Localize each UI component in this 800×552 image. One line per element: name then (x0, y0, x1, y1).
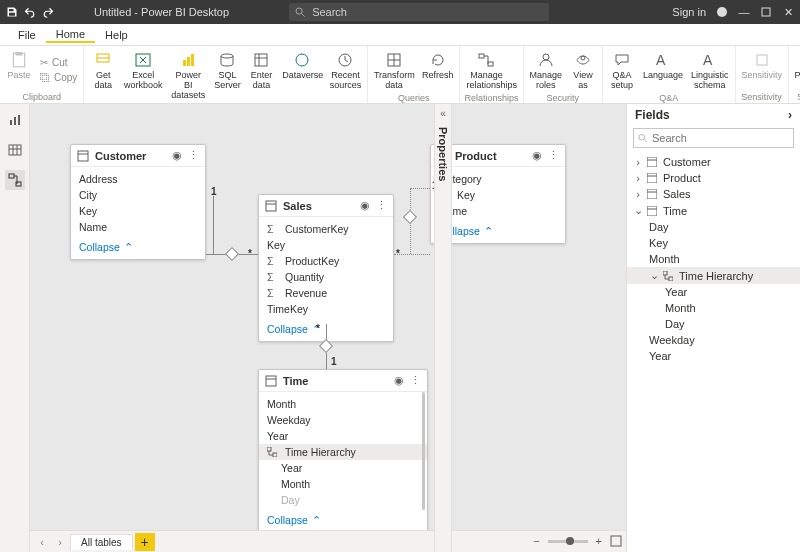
zoom-slider[interactable] (548, 540, 588, 543)
tree-hierarchy[interactable]: ⌄Time Hierarchy (627, 267, 800, 284)
tree-field[interactable]: Year (627, 348, 800, 364)
field-row[interactable]: City (79, 187, 197, 203)
field-row[interactable]: ΣRevenue (267, 285, 385, 301)
manage-roles-button[interactable]: Manage roles (528, 48, 565, 93)
table-card-sales[interactable]: Sales ◉ ⋮ ΣCustomerKey Key ΣProductKey Σ… (258, 194, 394, 342)
qa-setup-button[interactable]: Q&A setup (607, 48, 637, 93)
table-card-time[interactable]: Time ◉ ⋮ Month Weekday Year Time Hierarc… (258, 369, 428, 533)
undo-icon[interactable] (24, 6, 36, 18)
expand-properties-icon[interactable]: « (440, 108, 446, 119)
publish-button[interactable]: Publish (793, 48, 800, 92)
collapse-link[interactable]: Collapse⌃ (259, 510, 427, 532)
sensitivity-button[interactable]: Sensitivity (740, 48, 784, 92)
field-row[interactable]: Name (439, 203, 557, 219)
properties-panel-collapsed[interactable]: « Properties (434, 104, 452, 552)
fields-search-input[interactable] (652, 132, 789, 144)
report-view-button[interactable] (5, 110, 25, 130)
field-row[interactable]: ΣProductKey (267, 253, 385, 269)
more-icon[interactable]: ⋮ (548, 149, 559, 162)
field-row[interactable]: Key (79, 203, 197, 219)
manage-relationships-button[interactable]: Manage relationships (464, 48, 508, 93)
field-row[interactable]: Month (267, 396, 419, 412)
redo-icon[interactable] (42, 6, 54, 18)
recent-sources-button[interactable]: Recent sources (328, 48, 363, 103)
maximize-button[interactable] (760, 6, 772, 18)
tree-hierarchy-field[interactable]: Month (627, 300, 800, 316)
table-card-customer[interactable]: Customer ◉ ⋮ Address City Key Name Colla… (70, 144, 206, 260)
titlebar-search[interactable]: Search (289, 3, 549, 21)
copy-button[interactable]: ⿻Copy (38, 71, 79, 84)
field-row[interactable]: Category (439, 171, 557, 187)
transform-data-button[interactable]: Transform data (372, 48, 416, 93)
close-button[interactable]: ✕ (782, 6, 794, 18)
ribbon-group-queries: Transform data Refresh Queries (368, 46, 461, 103)
visibility-icon[interactable]: ◉ (172, 149, 182, 162)
model-canvas[interactable]: Customer ◉ ⋮ Address City Key Name Colla… (30, 104, 626, 552)
signin-label[interactable]: Sign in (672, 6, 706, 18)
hierarchy-row[interactable]: Time Hierarchy (259, 444, 427, 460)
zoom-out-button[interactable]: − (533, 535, 539, 547)
visibility-icon[interactable]: ◉ (394, 374, 404, 387)
tree-field[interactable]: Weekday (627, 332, 800, 348)
tree-table-customer[interactable]: ›Customer (627, 154, 800, 170)
add-tab-button[interactable]: + (135, 533, 155, 551)
avatar-icon[interactable] (716, 6, 728, 18)
table-icon (265, 375, 277, 387)
menu-file[interactable]: File (8, 27, 46, 43)
hierarchy-field-row[interactable]: Day (267, 492, 419, 508)
collapse-fields-icon[interactable]: › (788, 108, 792, 122)
more-icon[interactable]: ⋮ (410, 374, 421, 387)
collapse-link[interactable]: Collapse⌃ (71, 237, 205, 259)
enter-data-button[interactable]: Enter data (246, 48, 276, 103)
svg-point-1 (717, 7, 727, 17)
hierarchy-field-row[interactable]: Month (267, 476, 419, 492)
more-icon[interactable]: ⋮ (188, 149, 199, 162)
data-view-button[interactable] (5, 140, 25, 160)
ribbon-group-relationships: Manage relationships Relationships (460, 46, 523, 103)
language-button[interactable]: ALanguage (641, 48, 685, 93)
fields-search[interactable] (633, 128, 794, 148)
tree-field[interactable]: Key (627, 235, 800, 251)
field-row[interactable]: Address (79, 171, 197, 187)
field-row[interactable]: Name (79, 219, 197, 235)
linguistic-schema-button[interactable]: ALinguistic schema (689, 48, 731, 93)
field-row[interactable]: TimeKey (267, 301, 385, 317)
field-row[interactable]: ΣCustomerKey (267, 221, 385, 237)
dataverse-button[interactable]: Dataverse (280, 48, 323, 103)
zoom-in-button[interactable]: + (596, 535, 602, 547)
menu-home[interactable]: Home (46, 26, 95, 43)
tree-table-sales[interactable]: ›Sales (627, 186, 800, 202)
paste-button[interactable]: Paste (4, 48, 34, 92)
view-as-button[interactable]: View as (568, 48, 598, 93)
sql-button[interactable]: SQL Server (212, 48, 242, 103)
tree-field[interactable]: Month (627, 251, 800, 267)
field-row[interactable]: Year (267, 428, 419, 444)
tab-prev-button[interactable]: ‹ (34, 534, 50, 550)
tab-all-tables[interactable]: All tables (70, 534, 133, 550)
save-icon[interactable] (6, 6, 18, 18)
field-row[interactable]: Weekday (267, 412, 419, 428)
tree-table-product[interactable]: ›Product (627, 170, 800, 186)
scrollbar[interactable] (422, 392, 425, 510)
excel-button[interactable]: Excel workbook (122, 48, 164, 103)
menu-help[interactable]: Help (95, 27, 138, 43)
pbi-datasets-button[interactable]: Power BI datasets (168, 48, 208, 103)
fit-to-screen-button[interactable] (610, 535, 622, 547)
visibility-icon[interactable]: ◉ (532, 149, 542, 162)
get-data-button[interactable]: Get data (88, 48, 118, 103)
refresh-button[interactable]: Refresh (420, 48, 456, 93)
tree-table-time[interactable]: ⌄Time (627, 202, 800, 219)
cut-button[interactable]: ✂Cut (38, 56, 79, 69)
field-row[interactable]: ΣKey (439, 187, 557, 203)
minimize-button[interactable]: — (738, 6, 750, 18)
field-row[interactable]: ΣQuantity (267, 269, 385, 285)
visibility-icon[interactable]: ◉ (360, 199, 370, 212)
tree-hierarchy-field[interactable]: Day (627, 316, 800, 332)
tab-next-button[interactable]: › (52, 534, 68, 550)
more-icon[interactable]: ⋮ (376, 199, 387, 212)
tree-field[interactable]: Day (627, 219, 800, 235)
hierarchy-field-row[interactable]: Year (267, 460, 419, 476)
field-row[interactable]: Key (267, 237, 385, 253)
model-view-button[interactable] (5, 170, 25, 190)
tree-hierarchy-field[interactable]: Year (627, 284, 800, 300)
